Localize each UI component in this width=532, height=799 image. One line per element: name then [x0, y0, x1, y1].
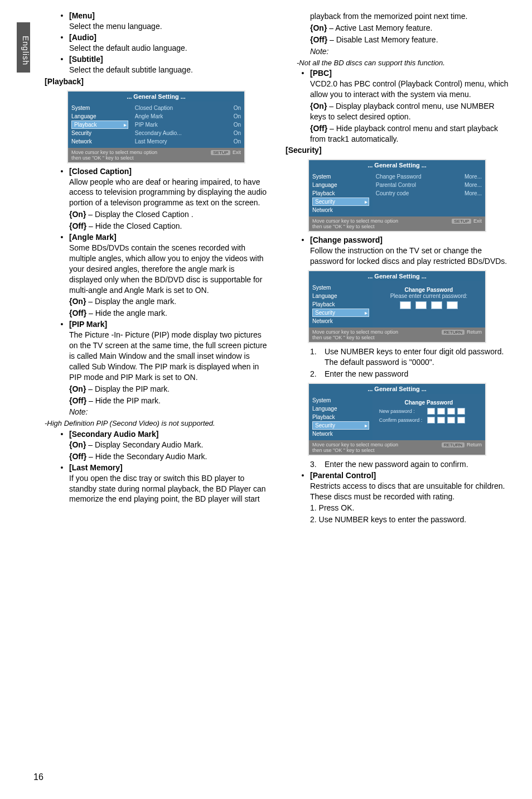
bullet: • — [58, 320, 66, 417]
osd-left-item: Language — [312, 292, 369, 300]
pip-desc: The Picture -In- Picture (PIP) mode disp… — [69, 330, 269, 382]
bullet: • — [58, 11, 66, 32]
right-column: playback from the memorized point next t… — [286, 10, 510, 525]
step-text: Enter the new password — [325, 369, 408, 379]
osd-playback: ... General Setting ... System Language … — [67, 90, 245, 163]
osd-left-item: Playback — [312, 413, 369, 421]
sa-off: {Off} – Hide the Secondary Audio Mark. — [69, 451, 269, 462]
osd-foot2: then use "OK " key to select — [312, 447, 398, 453]
osd-security: ... General Setting ... System Language … — [308, 159, 486, 232]
osd-v: More... — [465, 174, 482, 180]
lm-cont: playback from the memorized point next t… — [286, 11, 510, 22]
cp-title: Change Password — [376, 287, 482, 293]
parental-s1: 1. Press OK. — [310, 503, 510, 513]
osd-v: On — [234, 122, 241, 128]
osd-left-item-selected: Security — [312, 309, 369, 317]
pw-label: Please enter current password: — [376, 293, 482, 299]
osd-exit-btn: RETURN — [442, 442, 465, 447]
osd-exit-btn: SETUP — [452, 219, 471, 224]
osd-left-item: Network — [71, 137, 128, 146]
bullet: • — [299, 235, 307, 267]
osd-left-item: Network — [312, 317, 369, 325]
pw-box — [447, 301, 458, 309]
bullet: • — [58, 430, 66, 462]
lm-on: {On} – Active Last Memory feature. — [286, 23, 510, 33]
left-column: • [Menu] Select the menu language. • [Au… — [45, 10, 269, 525]
osd-left-item: Language — [312, 181, 369, 189]
item-change-pw: • [Change password] Follow the instructi… — [286, 235, 510, 267]
osd-exit: Return — [467, 442, 482, 447]
osd-left-item: System — [312, 172, 369, 181]
parental-head: [Parental Control] — [310, 471, 510, 480]
osd-foot: Move cursor key to select menu option th… — [68, 148, 244, 162]
osd-right: Closed CaptionOn Angle MarkOn PIP MarkOn… — [132, 102, 244, 148]
osd-k: Change Password — [376, 174, 422, 180]
osd-left-item: Network — [312, 206, 369, 214]
osd-title: ... General Setting ... — [309, 384, 485, 394]
osd-v: On — [234, 105, 241, 111]
osd-left-item: Playback — [312, 189, 369, 198]
playback-head: [Playback] — [45, 76, 269, 87]
osd-title: ... General Setting ... — [309, 271, 485, 281]
sa-on: {On} – Display Secondary Audio Mark. — [69, 440, 269, 450]
parental-desc: Restricts access to discs that are unsui… — [310, 481, 510, 502]
am-off: {Off} – Hide the angle mark. — [69, 308, 269, 319]
item-menu: • [Menu] Select the menu language. — [45, 11, 269, 32]
osd-left-item-selected: Security — [312, 421, 369, 430]
osd-k: Secondary Audio... — [135, 130, 182, 136]
osd-k: Closed Caption — [135, 105, 173, 111]
lm-head: [Last Memory] — [69, 463, 269, 472]
osd-v: More... — [465, 190, 482, 196]
pip-note-label: Note: — [69, 407, 269, 417]
osd-k: Country code — [376, 190, 409, 196]
pw-boxes — [376, 301, 482, 309]
osd-k: Angle Mark — [135, 113, 163, 119]
osd-left-item: System — [71, 104, 128, 112]
pbc-head: [PBC] — [310, 69, 510, 78]
bullet: • — [58, 55, 66, 75]
item-subtitle: • [Subtitle] Select the default subtitle… — [45, 55, 269, 75]
osd-foot1: Move cursor key to select menu option — [312, 218, 398, 224]
item-pbc: • [PBC] VCD2.0 has PBC control (Playback… — [286, 69, 510, 144]
lm-desc: If you open the disc tray or switch this… — [69, 473, 269, 505]
step-num: 2. — [310, 369, 321, 379]
subtitle-desc: Select the default subtitle language. — [69, 65, 269, 75]
osd-left-item: Language — [312, 405, 369, 413]
pw-box — [447, 408, 455, 415]
cc-head: [Closed Caption] — [69, 167, 269, 176]
pw-box — [415, 301, 427, 309]
osd-title: ... General Setting ... — [309, 160, 485, 170]
pip-off: {Off} – Hide the PIP mark. — [69, 396, 269, 406]
lm-off: {Off} – Disable Last Memory feature. — [286, 35, 510, 45]
osd-k: Parental Control — [376, 182, 416, 188]
language-tab: English — [17, 22, 30, 73]
parental-s2: 2. Use NUMBER keys to enter the password… — [310, 514, 510, 525]
cp-desc: Follow the instruction on the TV set or … — [310, 246, 510, 267]
osd-v: More... — [465, 182, 482, 188]
osd-left-item: Network — [312, 430, 369, 438]
am-on: {On} – Display the angle mark. — [69, 296, 269, 307]
pw-box — [447, 417, 455, 423]
audio-desc: Select the default audio language. — [69, 43, 269, 54]
osd-body: System Language Playback Security Networ… — [68, 102, 244, 148]
osd-left-item: Language — [71, 112, 128, 121]
pw-box — [437, 417, 445, 423]
item-closed-caption: • [Closed Caption] Allow people who are … — [45, 167, 269, 232]
pw-box — [437, 408, 445, 415]
lm-note: -Not all the BD discs can support this f… — [286, 58, 510, 68]
cc-on: {On} – Display the Closed Caption . — [69, 209, 269, 220]
osd-password-enter: ... General Setting ... System Language … — [308, 270, 486, 343]
osd-foot1: Move cursor key to select menu option — [312, 442, 398, 447]
sa-head: [Secondary Audio Mark] — [69, 430, 269, 439]
step-text: Use NUMBER keys to enter four digit old … — [325, 346, 510, 368]
osd-left-item-selected: Security — [312, 198, 369, 206]
pw-box — [400, 301, 411, 309]
osd-left-item: System — [312, 396, 369, 405]
pw-box — [427, 417, 435, 423]
subtitle-head: [Subtitle] — [69, 55, 269, 64]
item-audio: • [Audio] Select the default audio langu… — [45, 33, 269, 54]
osd-foot2: then use "OK " key to select — [312, 224, 398, 229]
steps-list-2: 3.Enter the new password again to confir… — [286, 459, 510, 470]
step-num: 3. — [310, 459, 321, 470]
cc-desc: Allow people who are deaf or hearing imp… — [69, 177, 269, 209]
